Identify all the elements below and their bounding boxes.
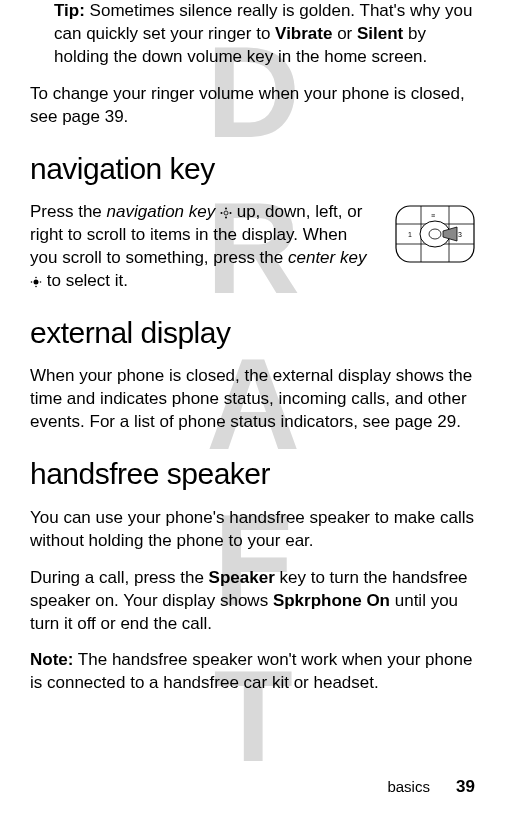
navigation-section: Press the navigation key up, down, left,…	[30, 201, 475, 293]
navigation-key-term: navigation key	[107, 202, 216, 221]
silent-label: Silent	[357, 24, 403, 43]
tip-label: Tip:	[54, 1, 85, 20]
center-key-term: center key	[288, 248, 366, 267]
external-display-heading: external display	[30, 313, 475, 354]
nav-text-3: to select it.	[47, 271, 128, 290]
handsfree-paragraph-1: You can use your phone's handsfree speak…	[30, 507, 475, 553]
note-paragraph: Note: The handsfree speaker won't work w…	[30, 649, 475, 695]
speaker-key-label: Speaker	[209, 568, 275, 587]
external-display-paragraph: When your phone is closed, the external …	[30, 365, 475, 434]
page-number: 39	[456, 777, 475, 796]
hf2-text-1: During a call, press the	[30, 568, 209, 587]
svg-point-0	[224, 211, 228, 215]
nav-key-glyph	[215, 202, 236, 221]
svg-text:≡: ≡	[431, 212, 435, 219]
svg-point-16	[429, 229, 441, 239]
page-content: Tip: Sometimes silence really is golden.…	[30, 0, 475, 695]
tip-text-2: or	[332, 24, 357, 43]
note-label: Note:	[30, 650, 73, 669]
note-text: The handsfree speaker won't work when yo…	[30, 650, 472, 692]
svg-point-4	[229, 212, 231, 214]
svg-point-2	[225, 216, 227, 218]
svg-point-9	[40, 281, 42, 283]
svg-point-8	[31, 281, 33, 283]
svg-point-1	[225, 207, 227, 209]
navigation-keypad-icon: 1 3 ≡	[395, 205, 475, 263]
svg-text:1: 1	[408, 231, 412, 238]
spkrphone-on-label: Spkrphone On	[273, 591, 390, 610]
handsfree-paragraph-2: During a call, press the Speaker key to …	[30, 567, 475, 636]
ringer-paragraph: To change your ringer volume when your p…	[30, 83, 475, 129]
handsfree-heading: handsfree speaker	[30, 454, 475, 495]
svg-point-3	[220, 212, 222, 214]
svg-point-5	[34, 279, 39, 284]
svg-text:3: 3	[458, 231, 462, 238]
svg-point-7	[35, 285, 37, 287]
page-footer: basics 39	[387, 776, 475, 799]
footer-section-name: basics	[387, 778, 430, 795]
svg-point-6	[35, 276, 37, 278]
vibrate-label: Vibrate	[275, 24, 332, 43]
tip-paragraph: Tip: Sometimes silence really is golden.…	[30, 0, 475, 69]
navigation-heading: navigation key	[30, 149, 475, 190]
nav-text-1: Press the	[30, 202, 107, 221]
center-key-glyph	[30, 271, 47, 290]
